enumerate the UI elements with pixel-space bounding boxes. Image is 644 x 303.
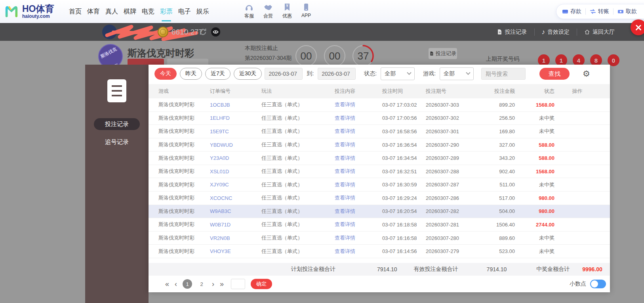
date-range-pill[interactable]: 昨天 xyxy=(180,68,202,80)
view-detail-link[interactable]: 查看详情 xyxy=(335,128,382,135)
view-detail-link[interactable]: 查看详情 xyxy=(335,248,382,255)
app-download-link[interactable]: APP xyxy=(298,2,314,19)
table-row[interactable]: 斯洛伐克时时彩 1OCBJB 任三直选（单式） 查看详情 03-07 17:03… xyxy=(149,98,610,112)
cell-play: 任三直选（单式） xyxy=(261,141,335,148)
view-detail-link[interactable]: 查看详情 xyxy=(335,208,382,215)
cell-period: 20260307-303 xyxy=(426,102,489,108)
deposit-button[interactable]: 存款 xyxy=(562,8,581,15)
customer-service-link[interactable]: 客服 xyxy=(241,2,257,19)
page-numbers: 12 xyxy=(183,279,206,289)
table-row[interactable]: 斯洛伐克时时彩 XSL01D 任三直选（单式） 查看详情 03-07 16:32… xyxy=(149,165,610,178)
withdraw-button[interactable]: 取款 xyxy=(617,8,637,15)
first-page-button[interactable]: « xyxy=(165,280,169,288)
view-detail-link[interactable]: 查看详情 xyxy=(335,155,382,162)
page-number-button[interactable]: 1 xyxy=(183,279,192,289)
gear-icon[interactable] xyxy=(583,69,590,79)
date-from-input[interactable] xyxy=(265,68,303,80)
cell-order-id[interactable]: W0B71D xyxy=(210,222,261,228)
close-modal-button[interactable] xyxy=(631,19,644,35)
cell-time: 03-07 16:18:58 xyxy=(382,222,426,228)
sidebar-menu-item[interactable]: 追号记录 xyxy=(94,136,140,148)
nav-menu-item[interactable]: 体育 xyxy=(87,0,100,23)
view-detail-link[interactable]: 查看详情 xyxy=(335,194,382,201)
coin-icon xyxy=(158,27,168,37)
view-detail-link[interactable]: 查看详情 xyxy=(335,234,382,242)
record-sidebar: 投注记录追号记录 xyxy=(85,65,149,303)
cell-order-id[interactable]: W9AB3C xyxy=(210,208,261,214)
nav-menu-item[interactable]: 电竞 xyxy=(142,0,154,23)
cell-order-id[interactable]: 1ELHFD xyxy=(210,115,261,121)
toggle-balance-visibility-icon[interactable] xyxy=(211,27,220,36)
bet-record-button[interactable]: 投注记录 xyxy=(429,48,457,59)
game-select[interactable]: 全部 xyxy=(440,67,474,80)
refresh-balance-icon[interactable] xyxy=(199,28,207,36)
table-row[interactable]: 斯洛伐克时时彩 VR2N0B 任三直选（单式） 查看详情 03-07 16:16… xyxy=(149,232,610,245)
sound-settings-link[interactable]: ♪ 音效设定 xyxy=(535,28,577,36)
sidebar-menu-item[interactable]: 投注记录 xyxy=(94,118,140,130)
cell-order-id[interactable]: Y23A0D xyxy=(210,155,261,161)
page-number-button[interactable]: 2 xyxy=(197,279,206,289)
main-menu: 首页 体育 真人 棋牌 电竞 彩票 电子 娱乐 xyxy=(69,0,209,23)
view-detail-link[interactable]: 查看详情 xyxy=(335,221,382,228)
table-row[interactable]: 斯洛伐克时时彩 VHOY3E 任三直选（单式） 查看详情 03-07 16:14… xyxy=(149,245,610,258)
prev-page-button[interactable]: ‹ xyxy=(175,280,177,288)
cell-order-id[interactable]: XCOCNC xyxy=(210,195,261,201)
cell-status: 980.00 xyxy=(515,195,554,201)
valid-total-value: 7914.10 xyxy=(487,266,507,272)
cell-order-id[interactable]: 1OCBJB xyxy=(210,102,261,108)
chevron-down-icon xyxy=(466,71,470,75)
decimal-toggle[interactable] xyxy=(590,280,606,288)
partnership-link[interactable]: 合营 xyxy=(260,2,276,19)
cell-order-id[interactable]: VHOY3E xyxy=(210,248,261,254)
date-to-input[interactable] xyxy=(318,68,356,80)
bet-record-link[interactable]: 投注记录 xyxy=(490,29,534,36)
cell-status: 未中奖 xyxy=(515,128,554,135)
table-row[interactable]: 斯洛伐克时时彩 W0B71D 任三直选（单式） 查看详情 03-07 16:18… xyxy=(149,218,610,232)
cell-period: 20260307-286 xyxy=(426,195,489,201)
status-select[interactable]: 全部 xyxy=(381,67,415,80)
period-search-input[interactable] xyxy=(481,68,526,80)
table-row[interactable]: 斯洛伐克时时彩 XCOCNC 任三直选（单式） 查看详情 03-07 16:29… xyxy=(149,192,610,205)
nav-menu-item[interactable]: 棋牌 xyxy=(124,0,136,23)
cell-status: 1568.00 xyxy=(515,169,554,175)
search-button[interactable]: 查找 xyxy=(539,68,570,80)
cell-order-id[interactable]: XJY09C xyxy=(210,182,261,188)
nav-menu-item[interactable]: 彩票 xyxy=(160,0,173,23)
cell-order-id[interactable]: XSL01D xyxy=(210,169,261,175)
next-page-button[interactable]: › xyxy=(212,280,214,288)
cell-play: 任三直选（单式） xyxy=(261,234,335,242)
nav-menu-item[interactable]: 电子 xyxy=(178,0,191,23)
nav-menu-item[interactable]: 首页 xyxy=(69,0,82,23)
date-range-pill[interactable]: 近7天 xyxy=(205,68,231,80)
deposit-icon xyxy=(562,8,568,15)
win-total-label: 中奖金额合计 xyxy=(536,266,570,273)
last-page-button[interactable]: » xyxy=(220,280,224,288)
view-detail-link[interactable]: 查看详情 xyxy=(335,168,382,175)
site-logo[interactable]: HO体育 haiouty.com xyxy=(4,4,63,19)
date-range-pill[interactable]: 近30天 xyxy=(234,68,262,80)
back-to-lobby-link[interactable]: 返回大厅 xyxy=(577,29,622,36)
cell-time: 03-07 17:00:56 xyxy=(382,115,426,121)
table-row[interactable]: 斯洛伐克时时彩 XJY09C 任三直选（单式） 查看详情 03-07 16:30… xyxy=(149,178,610,192)
view-detail-link[interactable]: 查看详情 xyxy=(335,115,382,122)
view-detail-link[interactable]: 查看详情 xyxy=(335,181,382,188)
date-range-pill[interactable]: 今天 xyxy=(154,68,177,80)
view-detail-link[interactable]: 查看详情 xyxy=(335,141,382,148)
table-row[interactable]: 斯洛伐克时时彩 1ELHFD 任三直选（单式） 查看详情 03-07 17:00… xyxy=(149,112,610,125)
view-detail-link[interactable]: 查看详情 xyxy=(335,101,382,108)
cell-order-id[interactable]: YBDWUD xyxy=(210,142,261,148)
table-row[interactable]: 斯洛伐克时时彩 15E9TC 任三直选（单式） 查看详情 03-07 16:58… xyxy=(149,125,610,138)
confirm-page-button[interactable]: 确定 xyxy=(251,279,272,289)
cell-play: 任三直选（单式） xyxy=(261,168,335,175)
nav-menu-item[interactable]: 真人 xyxy=(105,0,118,23)
cell-order-id[interactable]: 15E9TC xyxy=(210,128,261,134)
transfer-button[interactable]: 转账 xyxy=(590,8,609,15)
table-row[interactable]: 斯洛伐克时时彩 YBDWUD 任三直选（单式） 查看详情 03-07 16:36… xyxy=(149,138,610,152)
table-row[interactable]: 斯洛伐克时时彩 Y23A0D 任三直选（单式） 查看详情 03-07 16:34… xyxy=(149,152,610,165)
table-row[interactable]: 斯洛伐克时时彩 W9AB3C 任三直选（单式） 查看详情 03-07 16:20… xyxy=(149,205,610,219)
planned-total-label: 计划投注金额合计 xyxy=(291,266,335,273)
page-number-input[interactable] xyxy=(231,279,245,289)
cell-order-id[interactable]: VR2N0B xyxy=(210,235,261,241)
nav-menu-item[interactable]: 娱乐 xyxy=(196,0,209,23)
promotions-link[interactable]: ¥ 优惠 xyxy=(279,2,295,19)
